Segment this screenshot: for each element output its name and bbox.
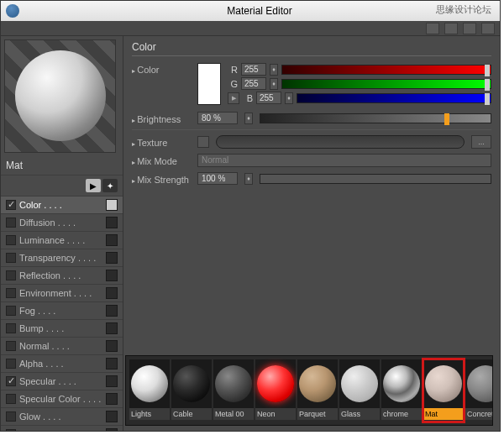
material-thumb-parquet[interactable]: Parquet xyxy=(297,359,338,422)
spinner-icon[interactable]: ♦ xyxy=(270,64,278,76)
r-label: R xyxy=(228,65,238,75)
material-label: Metal 00 xyxy=(213,408,254,420)
channel-indicator[interactable] xyxy=(106,393,118,405)
channel-indicator[interactable] xyxy=(106,375,118,387)
channel-color[interactable]: Color . . . . xyxy=(1,196,123,213)
channel-checkbox[interactable] xyxy=(6,376,16,386)
channel-indicator[interactable] xyxy=(106,252,118,264)
channel-checkbox[interactable] xyxy=(6,359,16,369)
channel-checkbox[interactable] xyxy=(6,253,16,263)
channel-diffusion[interactable]: Diffusion . . . . xyxy=(1,213,123,231)
channel-displacement[interactable]: Displacement . . . . xyxy=(1,425,123,431)
mixstrength-value[interactable]: 100 % xyxy=(197,172,238,185)
spinner-icon[interactable]: ♦ xyxy=(285,92,293,104)
eyedropper-icon[interactable]: ✦ xyxy=(102,179,118,192)
channel-specular-color[interactable]: Specular Color . . . . xyxy=(1,390,123,407)
channel-specular[interactable]: Specular . . . . xyxy=(1,372,123,390)
channel-normal[interactable]: Normal . . . . xyxy=(1,337,123,354)
spinner-icon[interactable]: ♦ xyxy=(244,173,253,185)
mixmode-label: Mix Mode xyxy=(132,155,191,166)
channel-indicator[interactable] xyxy=(106,322,118,334)
b-label: B xyxy=(243,93,253,103)
spinner-icon[interactable]: ♦ xyxy=(270,78,278,90)
spinner-icon[interactable]: ♦ xyxy=(244,113,253,124)
g-slider[interactable] xyxy=(281,79,491,89)
tool-icon[interactable] xyxy=(481,23,495,34)
channel-reflection[interactable]: Reflection . . . . xyxy=(1,266,123,284)
channel-indicator[interactable] xyxy=(106,217,118,228)
channel-luminance[interactable]: Luminance . . . . xyxy=(1,231,123,249)
channel-bump[interactable]: Bump . . . . xyxy=(1,319,123,337)
mixmode-dropdown[interactable]: Normal xyxy=(197,154,491,167)
channel-list: Color . . . .Diffusion . . . .Luminance … xyxy=(1,196,123,431)
arrow-right-icon[interactable]: ▶ xyxy=(86,179,101,192)
material-label: Concret xyxy=(465,408,493,420)
material-thumb-concret[interactable]: Concret xyxy=(465,359,493,422)
titlebar[interactable]: Material Editor 思缘设计论坛 xyxy=(1,1,500,21)
b-slider[interactable] xyxy=(297,93,491,103)
channel-indicator[interactable] xyxy=(106,234,118,246)
material-preview[interactable] xyxy=(4,39,116,153)
channel-indicator[interactable] xyxy=(106,358,118,369)
sidebar: Mat ▶ ✦ Color . . . .Diffusion . . . .Lu… xyxy=(1,36,123,431)
texture-browse-button[interactable]: ... xyxy=(471,135,491,149)
channel-checkbox[interactable] xyxy=(6,429,16,431)
channel-checkbox[interactable] xyxy=(6,394,16,404)
tool-icon[interactable] xyxy=(463,23,476,34)
channel-label: Displacement . . . . xyxy=(19,429,106,431)
material-thumb-lights[interactable]: Lights xyxy=(129,359,170,422)
brightness-slider[interactable] xyxy=(260,113,491,123)
material-thumb-mat[interactable]: Mat xyxy=(423,359,464,422)
tool-icon[interactable] xyxy=(444,23,458,34)
channel-fog[interactable]: Fog . . . . xyxy=(1,301,123,319)
channel-glow[interactable]: Glow . . . . xyxy=(1,407,123,425)
channel-indicator[interactable] xyxy=(106,411,118,422)
brightness-value[interactable]: 80 % xyxy=(197,112,238,124)
channel-transparency[interactable]: Transparency . . . . xyxy=(1,249,123,266)
preview-sphere xyxy=(15,50,106,141)
channel-indicator[interactable] xyxy=(106,287,118,299)
channel-checkbox[interactable] xyxy=(6,200,16,210)
material-thumb-neon[interactable]: Neon xyxy=(255,359,296,422)
section-header: Color xyxy=(132,41,491,56)
b-value[interactable]: 255 xyxy=(256,92,281,104)
channel-checkbox[interactable] xyxy=(6,411,16,422)
material-thumb-cable[interactable]: Cable xyxy=(171,359,212,422)
channel-checkbox[interactable] xyxy=(6,323,16,333)
material-thumb-chrome[interactable]: chrome xyxy=(381,359,422,422)
material-thumb-glass[interactable]: Glass xyxy=(339,359,380,422)
channel-alpha[interactable]: Alpha . . . . xyxy=(1,354,123,372)
channel-label: Bump . . . . xyxy=(19,323,106,333)
texture-arrow-icon[interactable] xyxy=(197,136,209,148)
channel-indicator[interactable] xyxy=(106,199,118,211)
texture-field[interactable] xyxy=(216,135,465,149)
play-icon[interactable]: ▶ xyxy=(228,92,239,104)
material-thumb-metal 00[interactable]: Metal 00 xyxy=(213,359,254,422)
mixstrength-slider[interactable] xyxy=(260,174,491,184)
channel-checkbox[interactable] xyxy=(6,218,16,228)
material-label: Glass xyxy=(339,408,380,420)
color-swatch[interactable] xyxy=(197,63,221,105)
channel-checkbox[interactable] xyxy=(6,341,16,351)
channel-indicator[interactable] xyxy=(106,305,118,317)
channel-checkbox[interactable] xyxy=(6,235,16,245)
channel-indicator[interactable] xyxy=(106,428,118,431)
r-slider[interactable] xyxy=(281,65,491,75)
channel-indicator[interactable] xyxy=(106,270,118,281)
channel-label: Reflection . . . . xyxy=(19,270,106,280)
channel-checkbox[interactable] xyxy=(6,270,16,280)
channel-checkbox[interactable] xyxy=(6,306,16,316)
channel-checkbox[interactable] xyxy=(6,288,16,298)
g-value[interactable]: 255 xyxy=(241,77,266,90)
color-label: Color xyxy=(132,63,191,75)
material-sphere-icon xyxy=(257,365,294,402)
material-label: Cable xyxy=(171,408,212,420)
channel-environment[interactable]: Environment . . . . xyxy=(1,284,123,301)
material-sphere-icon xyxy=(131,365,168,402)
material-palette[interactable]: LightsCableMetal 00NeonParquetGlasschrom… xyxy=(125,355,493,426)
tool-icon[interactable] xyxy=(426,23,439,34)
r-value[interactable]: 255 xyxy=(241,63,266,76)
app-icon xyxy=(6,4,19,18)
channel-indicator[interactable] xyxy=(106,340,118,352)
material-name[interactable]: Mat xyxy=(6,160,118,171)
